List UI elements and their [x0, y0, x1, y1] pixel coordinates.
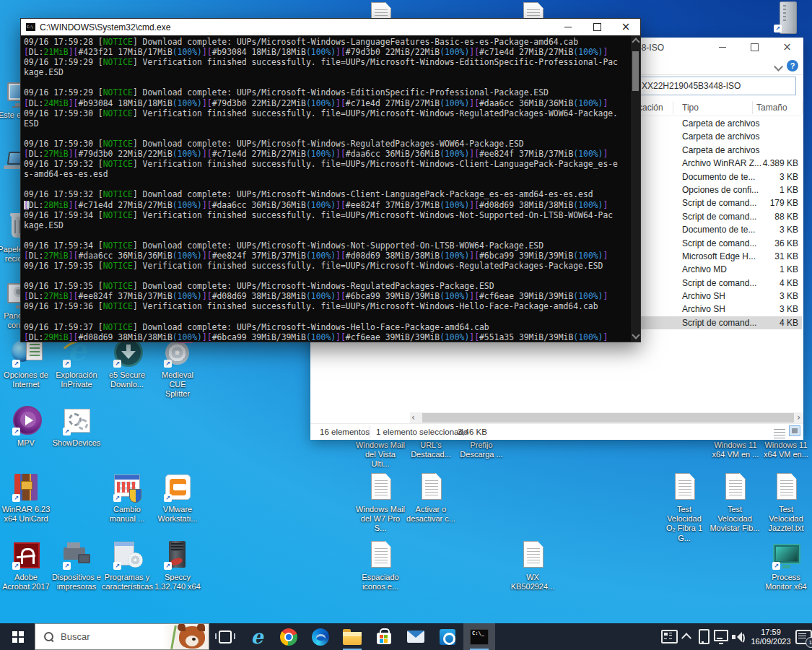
address-text: XX22H219045B3448-ISO: [642, 81, 741, 91]
desktop-icon-test-velocidad-movistar[interactable]: Test Velocidad Movistar Fib...: [710, 471, 760, 534]
desktop-icon-test-velocidad-o2[interactable]: Test Velocidad O₂ Fibra 1 G...: [659, 471, 710, 543]
taskbar-clock[interactable]: 17:59 16/09/2023: [747, 628, 795, 646]
action-center-button[interactable]: 1: [795, 623, 812, 650]
cmd-maximize-button[interactable]: [582, 19, 611, 35]
file-type: Documento de te...: [682, 172, 755, 182]
hscrollbar-thumb[interactable]: [422, 413, 794, 422]
task-view-button[interactable]: [209, 623, 241, 650]
cmd-scrollbar-thumb[interactable]: [632, 51, 639, 91]
network-button[interactable]: [712, 623, 730, 650]
desktop-icon-label: Opciones de Internet: [1, 370, 51, 389]
terminal-line: [24, 129, 631, 139]
taskbar-app-mail[interactable]: [400, 623, 432, 650]
desktop-icon-opciones-de-internet[interactable]: Opciones de Internet: [1, 337, 51, 389]
desktop-icon-equipo-torre[interactable]: [762, 1, 812, 33]
desktop-icon-speccy[interactable]: Speccy 1.32.740 x64: [152, 539, 203, 592]
file-row[interactable]: Archivo WinRAR Z...4.389 KB: [637, 157, 802, 170]
search-box[interactable]: Buscar: [35, 623, 209, 650]
chrome-icon: [280, 628, 297, 646]
scroll-left-icon[interactable]: ‹: [411, 412, 415, 423]
desktop-icon-adobe-acrobat-2017[interactable]: Adobe Acrobat 2017: [1, 539, 51, 592]
taskbar-app-edge[interactable]: [305, 623, 336, 650]
desktop-icon-label: Exploración InPrivate: [51, 370, 102, 389]
file-row[interactable]: Microsoft Edge H...31 KB: [637, 250, 802, 263]
file-row[interactable]: Script de comand...179 KB: [637, 196, 802, 209]
cmd-titlebar[interactable]: C:\WINDOWS\System32\cmd.exe ×: [21, 19, 640, 35]
desktop-icon-cambio-manual[interactable]: Cambio manual ...: [102, 471, 152, 524]
desktop-icon-wx-kb502924[interactable]: WX KB502924...: [507, 539, 558, 592]
file-row[interactable]: Documento de te...3 KB: [637, 170, 802, 183]
file-row[interactable]: Script de comand...88 KB: [637, 210, 802, 223]
desktop-icon-medieval-cue-splitter[interactable]: Medieval CUE Splitter: [152, 337, 203, 399]
file-size: 179 KB: [770, 198, 798, 208]
file-row[interactable]: Archivo SH3 KB: [637, 290, 802, 303]
taskbar-app-microsoft-store[interactable]: [368, 623, 400, 650]
chevron-down-icon[interactable]: [774, 62, 783, 72]
desktop-icon-showdevices[interactable]: ShowDevices: [51, 404, 102, 448]
desktop-icon-mpv[interactable]: MPV: [1, 404, 51, 448]
desktop-icon-vmware-workstation[interactable]: VMware Workstati...: [152, 471, 203, 524]
chevron-up-icon: [681, 633, 691, 643]
details-view-button[interactable]: [772, 425, 787, 441]
desktop-icon-process-monitor-x64[interactable]: Process Monitor x64: [761, 539, 811, 592]
scroll-down-icon[interactable]: [632, 331, 639, 339]
test-velocidad-o2-icon: [668, 471, 700, 503]
file-row[interactable]: Archivo MD1 KB: [637, 263, 802, 276]
desktop-icon-e5-secure-downloader[interactable]: e5 Secure Downlo...: [102, 337, 152, 389]
taskbar-app-cmd[interactable]: [463, 623, 495, 650]
desktop-icon-espaciado-iconos[interactable]: Espaciado iconos e...: [355, 539, 406, 592]
desktop-icon-winrar-623-x64-unicard[interactable]: WinRAR 6.23 x64 UniCard: [1, 471, 51, 524]
column-header-tamano[interactable]: Tamaño: [756, 103, 787, 113]
desktop-icon-label: Windows 11 x64 VM en...: [761, 441, 811, 459]
file-row[interactable]: Script de comand...36 KB: [637, 237, 802, 250]
desktop-icon-dispositivos-e-impresoras[interactable]: Dispositivos e impresoras: [51, 539, 102, 592]
system-tray: 17:59 16/09/2023 1: [660, 623, 812, 650]
taskbar-app-chrome[interactable]: [273, 623, 305, 650]
taskbar-app-outlook[interactable]: [432, 623, 463, 650]
explorer-minimize-button[interactable]: [706, 38, 738, 57]
start-button[interactable]: [0, 623, 35, 650]
cmd-close-button[interactable]: ×: [611, 19, 640, 35]
file-row[interactable]: Carpeta de archivos: [637, 144, 802, 157]
terminal-line: 09/16 17:59:35 [NOTICE] Verification fin…: [24, 261, 631, 271]
taskbar-app-file-explorer[interactable]: [336, 623, 368, 650]
news-interests-button[interactable]: [660, 623, 678, 650]
column-header-tipo[interactable]: Tipo: [682, 103, 699, 113]
volume-button[interactable]: [730, 623, 747, 650]
file-row[interactable]: Documento de te...3 KB: [637, 223, 802, 236]
file-row[interactable]: Carpeta de archivos: [637, 117, 802, 130]
file-row[interactable]: Opciones de confi...1 KB: [637, 183, 802, 196]
icons-view-button[interactable]: [789, 425, 800, 436]
horizontal-scrollbar[interactable]: ‹ ›: [410, 412, 803, 423]
file-type: Carpeta de archivos: [682, 145, 759, 155]
taskbar-app-internet-explorer[interactable]: e: [241, 623, 273, 650]
explorer-close-button[interactable]: ×: [771, 38, 803, 57]
column-header-ubicacion[interactable]: cación: [638, 103, 663, 113]
shortcut-arrow-icon: [164, 562, 172, 570]
tray-overflow-button[interactable]: [678, 623, 695, 650]
terminal-line: 09/16 17:59:37 [NOTICE] Download complet…: [24, 322, 631, 332]
file-row[interactable]: Script de comand...4 KB: [637, 277, 802, 290]
search-icon: [42, 630, 55, 643]
explorer-maximize-button[interactable]: [738, 38, 771, 57]
file-row[interactable]: Carpeta de archivos: [637, 130, 802, 143]
help-icon[interactable]: ?: [787, 60, 798, 72]
desktop-icon-activar-o-desactivar[interactable]: Activar o desactivar c...: [406, 471, 456, 524]
desktop-icon-label: Windows Mail del W7 Pro S...: [355, 505, 406, 534]
desktop-icon-exploracion-inprivate[interactable]: Exploración InPrivate: [51, 337, 102, 389]
desktop-icon-programas-y-caracteristicas[interactable]: Programas y características: [102, 539, 152, 592]
terminal-line: [24, 271, 631, 281]
desktop-icon-windows-mail-w7[interactable]: Windows Mail del W7 Pro S...: [355, 471, 406, 534]
your-phone-button[interactable]: [695, 623, 712, 650]
file-row[interactable]: Archivo SH3 KB: [637, 303, 802, 316]
programas-y-caracteristicas-icon: [111, 539, 143, 571]
cmd-scrollbar[interactable]: [631, 35, 640, 342]
terminal-line: s-amd64-es-es.esd: [24, 169, 631, 179]
cmd-minimize-button[interactable]: [554, 19, 582, 35]
scroll-right-icon[interactable]: ›: [797, 412, 800, 423]
scroll-up-icon[interactable]: [632, 38, 639, 46]
desktop-icon-test-velocidad-jazztel[interactable]: Test Velocidad Jazztel.txt: [761, 471, 811, 534]
process-monitor-x64-icon: [770, 539, 802, 571]
file-size: 4 KB: [780, 278, 798, 288]
file-row[interactable]: Script de comand...4 KB: [637, 316, 802, 329]
